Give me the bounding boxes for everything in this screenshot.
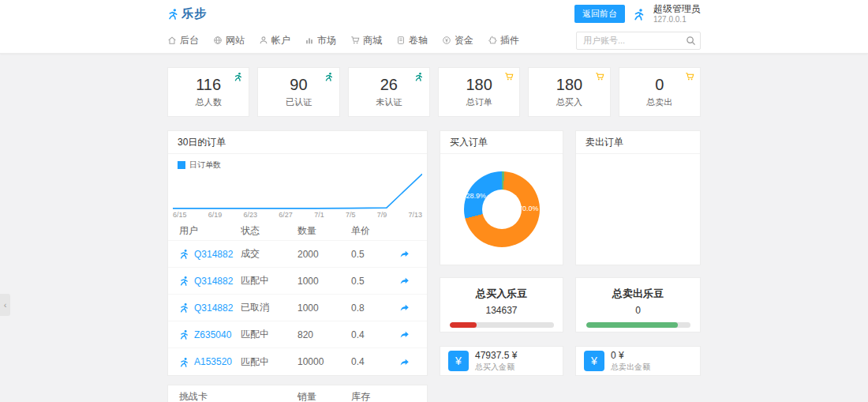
stat-label: 总订单	[466, 96, 492, 108]
nav-item-funds[interactable]: 资金	[442, 34, 473, 47]
column-header-user: 用户	[179, 224, 241, 238]
table-row: Q314882 已取消 1000 0.8	[168, 295, 427, 321]
forward-arrow-icon[interactable]	[399, 249, 410, 259]
buy-orders-panel: 买入订单 28.9% 70.0%	[440, 130, 563, 265]
user-link[interactable]: Q314882	[194, 249, 233, 260]
sidebar-collapse-handle[interactable]: ‹	[0, 294, 10, 316]
order-price: 0.5	[351, 276, 391, 287]
buy-amount-value: 47937.5 ¥	[475, 350, 517, 363]
nav-item-mall[interactable]: 商城	[350, 34, 382, 47]
cart-icon	[350, 36, 360, 45]
x-axis-label: 7/13	[408, 211, 422, 219]
sell-amount-value: 0 ¥	[611, 350, 650, 363]
user-search	[576, 32, 701, 50]
nav-item-website[interactable]: 网站	[213, 34, 245, 47]
forward-arrow-icon[interactable]	[399, 302, 410, 313]
column-header-sales: 销量	[297, 390, 351, 402]
order-qty: 1000	[297, 276, 351, 287]
buy-orders-donut: 28.9% 70.0%	[464, 171, 540, 247]
search-input[interactable]	[576, 32, 701, 50]
orders-line-path	[173, 174, 422, 208]
stat-label: 已认证	[286, 96, 312, 108]
sell-amount-label: 总卖出金额	[611, 362, 650, 372]
orders-table-header: 用户 状态 数量 单价	[168, 222, 427, 241]
x-axis-label: 7/1	[314, 211, 324, 219]
order-price: 0.4	[351, 356, 391, 367]
legend-label: 日订单数	[189, 160, 221, 171]
user-link[interactable]: A153520	[194, 356, 232, 367]
sell-beans-title: 总卖出乐豆	[576, 287, 700, 301]
stat-card-total-orders: 180 总订单	[438, 67, 520, 117]
globe-icon	[213, 36, 223, 45]
order-status: 匹配中	[241, 355, 297, 369]
order-price: 0.4	[351, 329, 391, 340]
sell-orders-title: 卖出订单	[576, 131, 700, 154]
table-row: Q314882 成交 2000 0.5	[168, 241, 427, 268]
buy-beans-panel: 总买入乐豆 134637	[440, 277, 563, 332]
stat-card-total-users: 116 总人数	[167, 67, 249, 117]
user-name[interactable]: 超级管理员	[653, 3, 701, 15]
order-status: 成交	[241, 247, 297, 261]
column-header-price: 单价	[351, 224, 391, 238]
challenge-table-header: 挑战卡 销量 库存	[168, 385, 427, 402]
buy-beans-value: 134637	[440, 305, 563, 316]
user-link[interactable]: Q314882	[194, 276, 233, 287]
table-row: Q314882 匹配中 1000 0.5	[168, 268, 427, 295]
nav-item-account[interactable]: 帐户	[259, 34, 290, 47]
forward-arrow-icon[interactable]	[399, 357, 410, 367]
user-link[interactable]: Z635040	[194, 329, 231, 340]
buy-beans-bar-fill	[450, 322, 477, 328]
forward-arrow-icon[interactable]	[399, 329, 410, 340]
stat-card-unverified: 26 未认证	[348, 67, 430, 117]
nav-item-admin[interactable]: 后台	[167, 34, 199, 47]
sell-beans-panel: 总卖出乐豆 0	[575, 277, 701, 332]
buy-amount-label: 总买入金额	[475, 362, 517, 372]
order-status: 匹配中	[241, 328, 297, 341]
nav-item-market[interactable]: 市场	[305, 34, 336, 47]
stat-value: 180	[556, 76, 582, 94]
x-axis-label: 7/9	[377, 211, 387, 219]
x-axis-label: 7/5	[346, 211, 356, 219]
logo[interactable]: 乐步	[167, 6, 207, 21]
x-axis-labels: 6/15 6/19 6/23 6/27 7/1 7/5 7/9 7/13	[173, 210, 422, 222]
user-icon	[259, 36, 268, 45]
cart-icon	[504, 72, 514, 81]
yen-icon: ¥	[448, 351, 469, 371]
user-avatar-runner-icon[interactable]	[633, 8, 645, 21]
challenge-card-panel: 挑战卡 销量 库存	[167, 385, 428, 402]
sell-beans-bar-fill	[586, 322, 678, 328]
buy-amount-panel: ¥ 47937.5 ¥ 总买入金额	[440, 346, 563, 376]
stat-label: 总人数	[196, 96, 222, 108]
order-price: 0.8	[351, 302, 391, 314]
cart-icon	[685, 72, 694, 81]
market-icon	[305, 36, 314, 45]
orders-30d-panel: 30日的订单 日订单数 6/15 6/19 6/23	[167, 130, 428, 376]
legend-swatch	[178, 161, 185, 169]
main-content: 116 总人数 90 已认证 26 未认证 180 总订单 180 总买	[167, 54, 701, 402]
nav-item-scroll[interactable]: 卷轴	[396, 34, 428, 47]
stat-label: 总卖出	[646, 96, 672, 108]
buy-beans-title: 总买入乐豆	[440, 287, 563, 301]
sell-amount-panel: ¥ 0 ¥ 总卖出金额	[575, 346, 701, 376]
search-icon[interactable]	[686, 36, 696, 46]
table-row: Z635040 匹配中 820 0.4	[168, 321, 427, 348]
column-header-challenge-card: 挑战卡	[179, 390, 297, 402]
top-header: 乐步 返回前台 超级管理员 127.0.0.1	[0, 0, 868, 28]
table-row: A153520 匹配中 10000 0.4	[168, 348, 427, 375]
column-header-status: 状态	[241, 224, 297, 238]
orders-30d-title: 30日的订单	[168, 131, 427, 154]
order-qty: 820	[297, 329, 351, 340]
back-to-front-button[interactable]: 返回前台	[574, 5, 625, 23]
runner-icon	[179, 357, 189, 367]
sell-orders-chart-empty	[576, 154, 700, 265]
pie-label-orange: 70.0%	[518, 205, 539, 212]
column-header-stock: 库存	[351, 390, 370, 402]
nav-item-plugins[interactable]: 插件	[488, 34, 519, 47]
order-qty: 1000	[297, 302, 351, 314]
orders-line-chart: 日订单数 6/15 6/19 6/23 6/27 7/1 7/5 7/	[168, 154, 427, 222]
runner-icon	[234, 72, 243, 81]
user-link[interactable]: Q314882	[194, 302, 233, 314]
scroll-icon	[396, 36, 406, 45]
forward-arrow-icon[interactable]	[399, 276, 410, 286]
chart-legend: 日订单数	[173, 158, 422, 171]
